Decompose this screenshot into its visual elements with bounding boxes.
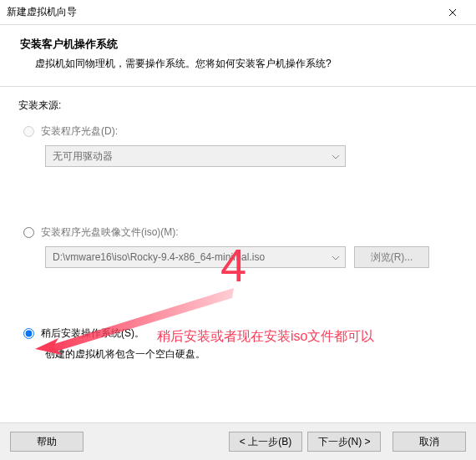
- disc-dropdown-row: 无可用驱动器: [45, 145, 458, 167]
- page-title: 安装客户机操作系统: [20, 37, 456, 52]
- chevron-down-icon: [332, 150, 340, 162]
- annotation-number: 4: [220, 242, 246, 289]
- later-subtext: 创建的虚拟机将包含一个空白硬盘。: [45, 347, 458, 361]
- close-button[interactable]: [436, 1, 469, 24]
- radio-iso-row: 安装程序光盘映像文件(iso)(M):: [23, 225, 458, 240]
- titlebar: 新建虚拟机向导: [0, 0, 476, 25]
- browse-button[interactable]: 浏览(R)...: [354, 246, 429, 268]
- next-button[interactable]: 下一步(N) >: [307, 432, 381, 452]
- source-label: 安装来源:: [18, 99, 458, 113]
- page-description: 虚拟机如同物理机，需要操作系统。您将如何安装客户机操作系统?: [20, 57, 456, 71]
- wizard-header: 安装客户机操作系统 虚拟机如同物理机，需要操作系统。您将如何安装客户机操作系统?: [0, 25, 476, 87]
- radio-iso-label: 安装程序光盘映像文件(iso)(M):: [41, 225, 179, 240]
- annotation-text: 稍后安装或者现在安装iso文件都可以: [157, 328, 374, 346]
- radio-later[interactable]: [23, 328, 34, 339]
- disc-dropdown[interactable]: 无可用驱动器: [45, 145, 346, 167]
- chevron-down-icon: [332, 251, 340, 263]
- disc-dropdown-value: 无可用驱动器: [53, 149, 113, 164]
- iso-path-dropdown[interactable]: D:\vmware16\iso\Rocky-9.4-x86_64-minimal…: [45, 246, 346, 268]
- radio-disc-label: 安装程序光盘(D):: [41, 124, 118, 139]
- close-icon: [448, 8, 457, 17]
- radio-iso[interactable]: [23, 227, 34, 238]
- iso-path-row: D:\vmware16\iso\Rocky-9.4-x86_64-minimal…: [45, 246, 458, 268]
- radio-disc-row: 安装程序光盘(D):: [23, 124, 458, 139]
- cancel-button[interactable]: 取消: [392, 432, 466, 452]
- radio-disc[interactable]: [23, 126, 34, 137]
- radio-later-label: 稍后安装操作系统(S): [41, 326, 144, 341]
- back-button[interactable]: < 上一步(B): [229, 432, 302, 452]
- window-title: 新建虚拟机向导: [7, 5, 436, 19]
- help-button[interactable]: 帮助: [10, 432, 84, 452]
- wizard-footer: 帮助 < 上一步(B) 下一步(N) > 取消: [0, 422, 476, 460]
